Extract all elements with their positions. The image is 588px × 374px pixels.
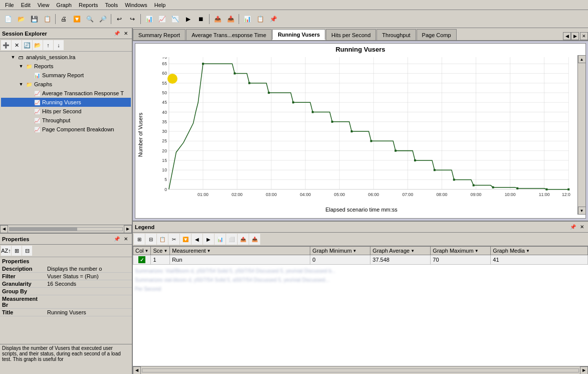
close-icon[interactable]: ✕ — [122, 30, 130, 38]
sort-az-button[interactable]: AZ↑ — [1, 246, 11, 256]
pin-icon[interactable]: 📌 — [113, 30, 121, 38]
zoom2-button[interactable]: 🔎 — [97, 13, 109, 25]
graph-scrollbar[interactable]: ▲ ▼ — [577, 55, 585, 215]
props-settings-button[interactable]: ⊟ — [22, 246, 32, 256]
legend-scroll-left[interactable]: ◀ — [133, 366, 141, 375]
graph-area: Running Vusers Number of Vusers — [135, 43, 586, 219]
legend-btn-8[interactable]: 📊 — [215, 234, 226, 245]
svg-text:07:00: 07:00 — [402, 192, 413, 197]
tab-running-vusers[interactable]: Running Vusers — [272, 29, 325, 40]
legend-pin-icon[interactable]: 📌 — [569, 223, 577, 231]
menu-graph[interactable]: Graph — [53, 2, 75, 9]
tb-btn-9[interactable]: 📋 — [254, 13, 266, 25]
tb-btn-2[interactable]: 📈 — [156, 13, 168, 25]
scroll-track[interactable] — [9, 227, 123, 231]
remove-item-button[interactable]: ✕ — [12, 40, 22, 50]
h-scrollbar[interactable]: ◀ ▶ — [0, 225, 132, 233]
col-header-col[interactable]: Col▼ — [133, 247, 151, 255]
menu-file[interactable]: File — [2, 2, 17, 9]
save-as-button[interactable]: 📋 — [41, 13, 53, 25]
add-item-button[interactable]: ➕ — [1, 40, 11, 50]
tb-btn-7[interactable]: 📥 — [225, 13, 237, 25]
tree-item-avg-trans[interactable]: 📈 Average Transaction Response T — [1, 89, 131, 98]
tree-item-reports[interactable]: ▼ 📁 Reports — [1, 62, 131, 71]
legend-checkbox[interactable]: ✓ — [135, 256, 148, 263]
graph-inner[interactable]: 0 5 10 15 20 25 30 35 40 45 50 55 60 65 — [145, 55, 577, 215]
tree-item-throughput[interactable]: 📈 Throughput — [1, 116, 131, 125]
scroll-down-btn[interactable]: ▼ — [578, 207, 586, 215]
down-button[interactable]: ↓ — [54, 40, 64, 50]
tb-btn-8[interactable]: 📊 — [241, 13, 253, 25]
col-header-measurement[interactable]: Measurement▼ — [170, 247, 310, 255]
tree-item-graphs[interactable]: ▼ 📁 Graphs — [1, 80, 131, 89]
sort-icon-button[interactable]: ⊞ — [12, 246, 22, 256]
zoom-button[interactable]: 🔍 — [84, 13, 96, 25]
checkmark: ✓ — [140, 257, 144, 263]
legend-btn-3[interactable]: 📋 — [157, 234, 168, 245]
tree-item-summary-report[interactable]: 📊 Summary Report — [1, 71, 131, 80]
col-header-graph-avg[interactable]: Graph Average▼ — [370, 247, 431, 255]
legend-btn-9[interactable]: ⬜ — [226, 234, 237, 245]
tb-btn-4[interactable]: ▶ — [182, 13, 194, 25]
tab-hits-per-second[interactable]: Hits per Second — [326, 29, 376, 40]
scroll-right-btn[interactable]: ▶ — [124, 225, 132, 233]
tb-btn-1[interactable]: 📊 — [143, 13, 155, 25]
legend-btn-1[interactable]: ⊞ — [134, 234, 145, 245]
col-header-sce[interactable]: Sce▼ — [151, 247, 170, 255]
legend-btn-7[interactable]: ▶ — [203, 234, 214, 245]
up-button[interactable]: ↑ — [43, 40, 53, 50]
tb-btn-6[interactable]: 📤 — [212, 13, 224, 25]
col-header-graph-min[interactable]: Graph Minimum▼ — [310, 247, 370, 255]
undo-button[interactable]: ↩ — [113, 13, 125, 25]
props-pin-icon[interactable]: 📌 — [113, 235, 121, 243]
open-session-button[interactable]: 📂 — [33, 40, 43, 50]
props-close-icon[interactable]: ✕ — [122, 235, 130, 243]
tree-item-running-vusers[interactable]: 📈 Running Vusers — [1, 98, 131, 107]
tab-scroll-left[interactable]: ◀ — [563, 32, 571, 40]
legend-close-icon[interactable]: ✕ — [578, 223, 586, 231]
explorer-toolbar: ➕ ✕ 🔄 📂 ↑ ↓ — [0, 39, 132, 52]
legend-btn-2[interactable]: ⊟ — [145, 234, 156, 245]
tab-close-btn[interactable]: ✕ — [580, 32, 588, 40]
menu-view[interactable]: View — [35, 2, 53, 9]
open-button[interactable]: 📂 — [15, 13, 27, 25]
tab-avg-trans[interactable]: Average Trans...esponse Time — [186, 29, 272, 40]
tree-item-page-component[interactable]: 📈 Page Component Breakdown — [1, 125, 131, 134]
svg-text:40: 40 — [162, 109, 167, 114]
legend-btn-10[interactable]: 📤 — [238, 234, 249, 245]
legend-btn-4[interactable]: ✂ — [168, 234, 179, 245]
col-header-graph-max[interactable]: Graph Maximum▼ — [431, 247, 491, 255]
legend-scroll-right[interactable]: ▶ — [580, 366, 588, 375]
menu-windows[interactable]: Windows — [122, 2, 150, 9]
svg-text:15: 15 — [162, 158, 167, 163]
filter-button[interactable]: 🔽 — [71, 13, 83, 25]
legend-btn-6[interactable]: ◀ — [191, 234, 203, 245]
svg-text:09:00: 09:00 — [471, 192, 482, 197]
menu-help[interactable]: Help — [151, 2, 169, 9]
tab-page-comp[interactable]: Page Comp — [417, 29, 457, 40]
scroll-thumb[interactable] — [10, 228, 77, 231]
legend-h-scrollbar[interactable]: ◀ ▶ — [133, 366, 588, 374]
refresh-button[interactable]: 🔄 — [22, 40, 32, 50]
save-button[interactable]: 💾 — [28, 13, 40, 25]
tab-throughput[interactable]: Throughput — [376, 29, 416, 40]
tb-btn-3[interactable]: 📉 — [169, 13, 181, 25]
legend-btn-5[interactable]: 🔽 — [180, 234, 191, 245]
redo-button[interactable]: ↪ — [126, 13, 138, 25]
tree-item-analysis-session[interactable]: ▼ 🗃 analysis_session.lra — [1, 53, 131, 62]
print-button[interactable]: 🖨 — [58, 13, 70, 25]
menu-reports[interactable]: Reports — [76, 2, 101, 9]
tb-btn-5[interactable]: ⏹ — [195, 13, 207, 25]
tree-item-hits-per-second[interactable]: 📈 Hits per Second — [1, 107, 131, 116]
tab-scroll-right[interactable]: ▶ — [571, 32, 579, 40]
scroll-up-btn[interactable]: ▲ — [578, 55, 586, 63]
menu-tools[interactable]: Tools — [102, 2, 121, 9]
legend-scroll-track[interactable] — [142, 368, 579, 372]
scroll-left-btn[interactable]: ◀ — [0, 225, 8, 233]
tb-btn-10[interactable]: 📌 — [267, 13, 279, 25]
tab-summary[interactable]: Summary Report — [133, 29, 185, 40]
legend-btn-11[interactable]: 📥 — [249, 234, 260, 245]
col-header-graph-median[interactable]: Graph Media▼ — [491, 247, 588, 255]
menu-edit[interactable]: Edit — [18, 2, 34, 9]
new-button[interactable]: 📄 — [2, 13, 14, 25]
